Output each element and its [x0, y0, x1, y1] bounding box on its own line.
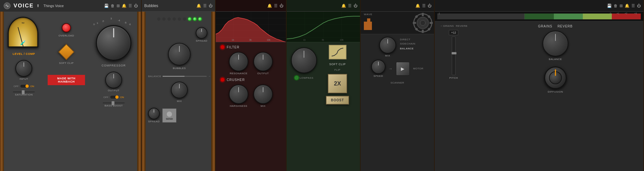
- flip-label: FLIP: [335, 68, 341, 71]
- meter-neg: [437, 14, 525, 19]
- reverb-label: REVERB: [557, 25, 573, 28]
- made-with-button[interactable]: MADE WITH HAINBACH: [48, 75, 85, 85]
- lowpass-led: [295, 76, 298, 80]
- power-icon[interactable]: ⏻: [637, 4, 641, 8]
- boost-2x-button[interactable]: 2X: [328, 74, 347, 93]
- output-label: OUTPUT: [108, 89, 119, 92]
- spread2-knob[interactable]: [148, 108, 160, 119]
- crusher-knobs: HARSHNESS MIX: [220, 85, 281, 107]
- speed-knob[interactable]: [371, 60, 385, 74]
- grains-balance-knob[interactable]: [543, 31, 568, 56]
- meter-label-0: 0: [610, 12, 611, 15]
- meter-label-p1: +1: [617, 12, 619, 15]
- balance-row: BALANCE →: [148, 75, 211, 78]
- input-knob[interactable]: [15, 60, 32, 77]
- eq2-display: 1k 3k 10k: [287, 12, 360, 42]
- compressor-knob[interactable]: [96, 25, 131, 61]
- grid-icon[interactable]: ⊞: [620, 4, 623, 8]
- bass-boost-track[interactable]: [110, 95, 119, 99]
- bell-icon[interactable]: 🔔: [267, 4, 272, 8]
- bell-icon[interactable]: 🔔: [625, 4, 630, 8]
- menu-icon[interactable]: ☰: [348, 4, 352, 8]
- bass-boost-thumb: [115, 96, 118, 99]
- voice-panel: VOICE ⬆ Things Voice 💾 🗑 ⊞ 🔔 ☰ ⏻ VU: [0, 0, 142, 171]
- vu-meter: VU 🧪: [8, 17, 40, 49]
- fx-header: 🔔 ☰ ⏻: [361, 0, 434, 12]
- led-7: [188, 17, 191, 21]
- menu-icon[interactable]: ☰: [631, 4, 635, 8]
- bass-boost-off-label: OFF: [103, 96, 109, 99]
- pitch-group: → GRAINS REVERB +12 PITCH: [440, 25, 468, 168]
- bell-icon[interactable]: 🔔: [196, 4, 201, 8]
- send-button[interactable]: ⬤ SEND: [162, 108, 176, 123]
- filter-power-led[interactable]: [220, 45, 225, 49]
- soft-clip-label: SOFT CLIP: [59, 62, 74, 65]
- crusher-power-led[interactable]: [220, 77, 225, 82]
- eq-display: 1k 3k 10k: [216, 12, 286, 42]
- power-icon[interactable]: ⏻: [134, 4, 138, 8]
- spread-section: SPREAD: [148, 27, 211, 42]
- save-icon[interactable]: 💾: [607, 4, 612, 8]
- svg-text:10k: 10k: [267, 39, 271, 41]
- bass-boost-toggle: OFF ON: [103, 95, 124, 99]
- saturation-slider[interactable]: [13, 91, 35, 93]
- fx-mix-label: MIX: [385, 54, 390, 57]
- diffusion-knob[interactable]: [544, 66, 567, 89]
- bubbles-header-actions: 🔔 ☰ ⏻: [196, 4, 213, 8]
- sidechain-label: SIDECHAIN: [400, 42, 415, 45]
- filter-output-knob[interactable]: [253, 52, 273, 71]
- delete-icon[interactable]: 🗑: [614, 4, 618, 8]
- fx-mix-knob[interactable]: [379, 37, 396, 54]
- boost-button[interactable]: BOOST: [326, 96, 349, 105]
- resonance-knob-group: RESONANCE: [229, 52, 248, 75]
- arrow-icon: →: [389, 66, 393, 71]
- wood-border-left: [0, 12, 4, 171]
- delete-icon[interactable]: 🗑: [111, 4, 115, 8]
- svg-text:1k: 1k: [303, 39, 306, 41]
- voice-header-actions: 💾 🗑 ⊞ 🔔 ☰ ⏻: [104, 4, 138, 8]
- bell-icon[interactable]: 🔔: [122, 4, 127, 8]
- svg-rect-34: [413, 22, 416, 24]
- menu-icon[interactable]: ☰: [422, 4, 426, 8]
- svg-rect-35: [430, 22, 433, 24]
- overload-button[interactable]: [62, 23, 71, 32]
- bell-icon[interactable]: 🔔: [415, 4, 420, 8]
- harshness-knob[interactable]: [229, 85, 248, 104]
- resonance-knob[interactable]: [229, 52, 248, 71]
- direct-sidechain-group: DIRECT SIDECHAIN BALANCE: [400, 37, 415, 50]
- input-label: INPUT: [20, 77, 28, 80]
- mix-knob[interactable]: [171, 82, 188, 98]
- spread-knob[interactable]: [196, 27, 207, 39]
- power-icon[interactable]: ⏻: [209, 4, 213, 8]
- bubbles-knob[interactable]: [168, 43, 191, 65]
- power-icon[interactable]: ⏻: [428, 4, 431, 8]
- wave-display: WAVE: [361, 12, 434, 34]
- speed-label: SPEED: [374, 75, 383, 77]
- power-icon[interactable]: ⏻: [279, 4, 283, 8]
- led-1: [157, 17, 160, 21]
- menu-icon[interactable]: ☰: [203, 4, 207, 8]
- soft-clip-button[interactable]: [329, 45, 346, 59]
- overload-group: OVERLOAD: [59, 23, 74, 37]
- grid-icon[interactable]: ⊞: [117, 4, 120, 8]
- menu-icon[interactable]: ☰: [274, 4, 278, 8]
- overload-label: OVERLOAD: [59, 34, 74, 37]
- power-icon[interactable]: ⏻: [354, 4, 357, 8]
- spread2-label: SPREAD: [148, 120, 160, 123]
- save-icon[interactable]: 💾: [104, 4, 109, 8]
- output-knob[interactable]: [105, 72, 122, 88]
- bell-icon[interactable]: 🔔: [341, 4, 346, 8]
- eq2-main-knob[interactable]: [291, 47, 317, 73]
- saturation-track[interactable]: [20, 84, 29, 88]
- pitch-slider[interactable]: [452, 36, 456, 75]
- filter-panel: 🔔 ☰ ⏻ 1k 3k 10k FILT: [216, 0, 287, 171]
- compressor-scale: 3 2· ·4 1· ·5 0· ·6: [93, 15, 135, 25]
- direct-label: DIRECT: [400, 38, 415, 41]
- motor-play-button[interactable]: ▶: [396, 62, 410, 76]
- eq2-content: LOWPASS SOFT CLIP FLIP 2X BOOST: [287, 42, 360, 171]
- crusher-mix-knob[interactable]: [253, 85, 273, 104]
- bass-boost-slider[interactable]: [102, 102, 125, 104]
- soft-clip-button[interactable]: [58, 44, 75, 60]
- voice-preset-name: Things Voice: [43, 4, 64, 8]
- menu-icon[interactable]: ☰: [128, 4, 132, 8]
